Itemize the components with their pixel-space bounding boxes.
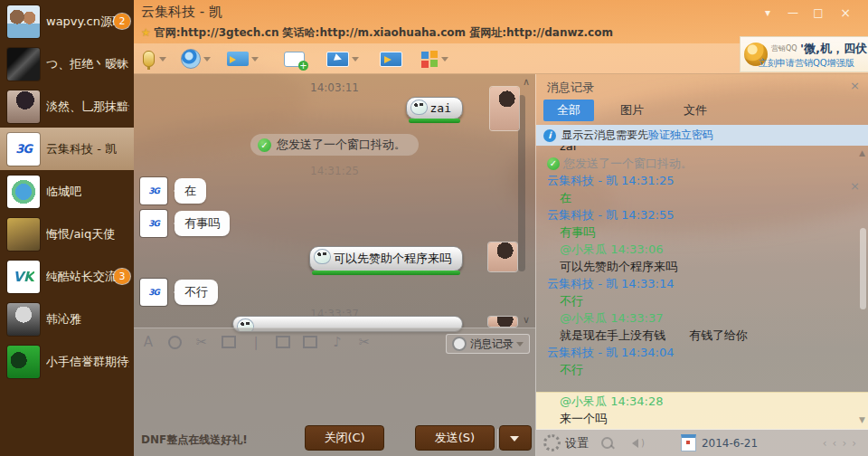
sidebar-item-xiaoshou[interactable]: 小手信誉群期待开 bbox=[0, 340, 134, 383]
close-chat-button[interactable]: 关闭(C) bbox=[305, 425, 384, 451]
scroll-down-icon[interactable]: ▼ bbox=[859, 415, 865, 424]
search-icon[interactable] bbox=[601, 437, 613, 449]
marketing-qq-ad-banner[interactable]: 营销QQ '微,机，四伏 立刻申请营销QQ增强版 bbox=[740, 36, 868, 72]
message-text: 可以先赞助个程序来吗 bbox=[334, 252, 451, 265]
window-capture-icon[interactable] bbox=[222, 336, 236, 348]
incoming-message-bubble: 在 bbox=[175, 178, 206, 204]
sidebar-item-wapvy[interactable]: wapvy.cn源码 2 bbox=[0, 0, 134, 43]
sidebar-item-danran[interactable]: 淡然、乚那抹黯然 bbox=[0, 85, 134, 128]
send-file-icon[interactable] bbox=[227, 47, 259, 71]
sidebar-item-label: 临城吧 bbox=[46, 184, 81, 200]
share-screen-icon[interactable] bbox=[380, 47, 402, 71]
history-line: 可以先赞助个程序来吗 bbox=[536, 258, 868, 275]
send-button[interactable]: 发送(S) bbox=[415, 425, 495, 451]
music-icon[interactable]: ♪ bbox=[330, 334, 344, 350]
close-window-button[interactable]: × bbox=[835, 5, 855, 20]
logo-text: 3G bbox=[15, 142, 32, 156]
tab-all[interactable]: 全部 bbox=[543, 100, 594, 121]
history-line: 来一个吗 bbox=[536, 410, 868, 427]
tab-images[interactable]: 图片 bbox=[607, 100, 657, 121]
history-scrollbar[interactable] bbox=[860, 228, 866, 309]
chevron-down-icon[interactable] bbox=[441, 57, 448, 65]
message-text: 在 bbox=[184, 184, 196, 197]
announcement-text: 官网:http://3gtech.cn 笑话哈:http://m.xiaohua… bbox=[155, 26, 613, 39]
speaker-icon[interactable] bbox=[627, 439, 638, 448]
verify-password-link[interactable]: 验证独立密码 bbox=[648, 128, 713, 143]
gear-icon[interactable] bbox=[543, 434, 561, 451]
shake-window-icon[interactable]: ✂ bbox=[357, 334, 372, 350]
remote-assist-icon[interactable] bbox=[326, 47, 359, 71]
voice-call-icon[interactable] bbox=[141, 47, 166, 71]
own-avatar[interactable] bbox=[488, 242, 517, 271]
outgoing-message-bubble: 可以先赞助个程序来吗 bbox=[309, 246, 463, 271]
history-line: @小呆瓜 14:33:37 bbox=[536, 309, 868, 327]
chevron-down-icon[interactable] bbox=[203, 57, 211, 65]
avatar bbox=[7, 48, 40, 81]
sidebar-item-label: 纯酷站长交流 bbox=[46, 269, 117, 285]
peer-avatar-3gtech[interactable]: 3G bbox=[140, 210, 167, 237]
message-text: 有事吗 bbox=[184, 216, 220, 230]
timestamp: 14:03:11 bbox=[134, 81, 535, 94]
unread-badge: 3 bbox=[114, 269, 130, 284]
sidebar-item-hanqinya[interactable]: 韩沁雅 bbox=[0, 298, 134, 340]
expand-chat-icon[interactable]: ∨ bbox=[523, 314, 530, 326]
message-history-toggle-button[interactable]: 消息记录 bbox=[446, 334, 530, 354]
bubble-decoration-icon bbox=[410, 100, 428, 115]
sidebar-item-yunji-selected[interactable]: 3G 云集科技 - 凯 bbox=[0, 128, 134, 170]
peer-avatar-3gtech[interactable]: 3G bbox=[140, 177, 167, 204]
own-avatar[interactable] bbox=[490, 87, 519, 130]
dnf-promo-text[interactable]: DNF整点在线送好礼! bbox=[141, 432, 248, 448]
close-panel-icon[interactable]: × bbox=[850, 79, 860, 92]
create-group-chat-icon[interactable] bbox=[284, 47, 305, 71]
history-line: 就是现在手上没有钱 有钱了给你 bbox=[536, 327, 868, 344]
settings-label[interactable]: 设置 bbox=[565, 435, 589, 451]
sidebar-item-lincheng[interactable]: 临城吧 bbox=[0, 170, 134, 213]
peer-avatar-3gtech[interactable]: 3G bbox=[140, 279, 167, 306]
menu-chevron-button[interactable]: ▾ bbox=[758, 5, 778, 20]
history-date[interactable]: 2014-6-21 bbox=[702, 437, 758, 450]
sidebar-item-chunku[interactable]: VK 纯酷站长交流 3 bbox=[0, 255, 134, 298]
message-text: 不行 bbox=[184, 285, 208, 299]
history-highlighted-entry[interactable]: @小呆瓜 14:34:28 来一个吗 bbox=[536, 392, 868, 430]
sidebar-item-label: 韩沁雅 bbox=[46, 311, 81, 328]
video-call-icon[interactable] bbox=[181, 47, 211, 71]
conversation-sidebar: wapvy.cn源码 2 つ、拒绝丶暧昧 淡然、乚那抹黯然 3G 云集科技 - … bbox=[0, 0, 134, 456]
own-avatar[interactable] bbox=[488, 317, 517, 327]
screenshot-icon[interactable]: ✂ bbox=[194, 334, 209, 350]
history-line: 不行 bbox=[536, 292, 868, 309]
outgoing-message-bubble: zai bbox=[406, 97, 463, 119]
maximize-button[interactable]: □ bbox=[808, 5, 828, 20]
calendar-icon[interactable] bbox=[681, 434, 696, 451]
chevron-down-icon[interactable] bbox=[352, 57, 359, 65]
chevron-down-icon[interactable] bbox=[251, 57, 259, 65]
sidebar-item-label: wapvy.cn源码 bbox=[46, 14, 124, 30]
sidebar-item-jujue[interactable]: つ、拒绝丶暧昧 bbox=[0, 43, 134, 85]
history-line: @小呆瓜 14:33:06 bbox=[536, 241, 868, 258]
image-icon[interactable] bbox=[303, 336, 317, 348]
emoticon-icon[interactable] bbox=[168, 336, 182, 349]
audio-record-icon[interactable]: ❘ bbox=[249, 334, 263, 350]
history-list[interactable]: zai ✓您发送了一个窗口抖动。 云集科技 - 凯 14:31:25 在 云集科… bbox=[536, 146, 868, 430]
sidebar-item-huihen[interactable]: 悔恨/aiq天使 bbox=[0, 213, 134, 255]
ad-brand: 营销QQ bbox=[771, 43, 797, 53]
send-options-chevron-button[interactable] bbox=[499, 425, 532, 451]
ad-subline: 立刻申请营销QQ增强版 bbox=[759, 57, 854, 70]
sidebar-item-label: つ、拒绝丶暧昧 bbox=[46, 56, 128, 72]
check-icon: ✓ bbox=[258, 138, 271, 152]
minimize-button[interactable]: — bbox=[783, 5, 803, 20]
tab-files[interactable]: 文件 bbox=[670, 100, 721, 121]
avatar bbox=[7, 90, 40, 123]
avatar-vk-logo: VK bbox=[7, 261, 40, 293]
font-icon[interactable]: A bbox=[141, 334, 156, 350]
notice-text: 您发送了一个窗口抖动。 bbox=[277, 137, 406, 153]
history-button-label: 消息记录 bbox=[470, 337, 514, 352]
chevron-down-icon[interactable] bbox=[159, 57, 166, 65]
note-icon[interactable] bbox=[276, 336, 290, 348]
composer-area[interactable]: A ✂ ❘ ♪ ✂ 消息记录 DNF整点在线送好礼! 关闭(C) 发送(S) bbox=[134, 328, 535, 456]
unread-badge: 2 bbox=[114, 14, 130, 29]
apps-grid-icon[interactable] bbox=[421, 47, 448, 71]
sidebar-item-label: 悔恨/aiq天使 bbox=[46, 226, 115, 242]
history-pagination[interactable]: ‹‹›› bbox=[823, 437, 862, 450]
message-area: ∧ 14:03:11 zai ✓您发送了一个窗口抖动。 14:31:25 3G … bbox=[134, 74, 535, 328]
chat-scrollbar[interactable] bbox=[518, 95, 525, 271]
